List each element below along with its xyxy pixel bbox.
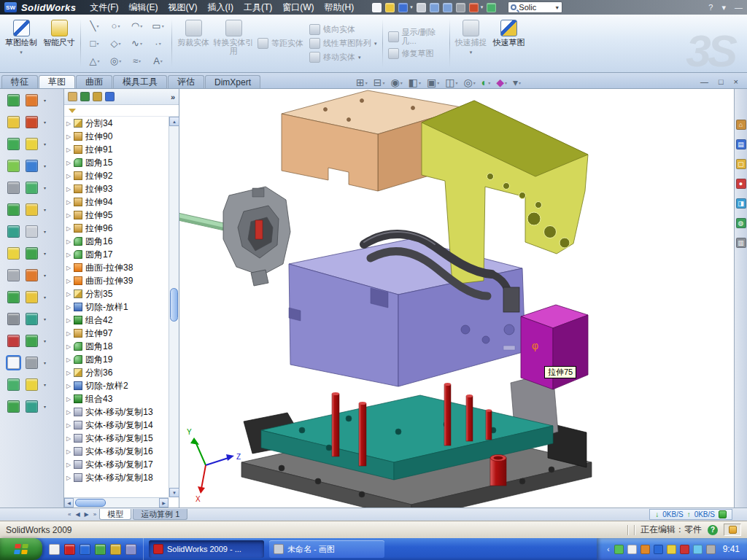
menu-item[interactable]: 编辑(E) <box>124 0 163 15</box>
part-core-block[interactable] <box>289 239 525 386</box>
dropdown-caret-icon[interactable]: ▾ <box>96 41 98 46</box>
sketch-entity-button[interactable]: □ ▾ <box>84 35 105 52</box>
dropdown-caret-icon[interactable]: ▾ <box>473 80 476 85</box>
expand-arrow-icon[interactable]: ▷ <box>66 278 73 284</box>
dropdown-caret-icon[interactable]: ▾ <box>139 58 141 63</box>
tree-item[interactable]: ▷ 实体-移动/复制16 <box>64 445 169 458</box>
tree-item[interactable]: ▷ 实体-移动/复制17 <box>64 458 169 471</box>
expand-arrow-icon[interactable]: ▷ <box>66 173 73 179</box>
start-button[interactable] <box>0 538 42 560</box>
scroll-left-icon[interactable]: ◀ <box>64 498 74 508</box>
tool-icon[interactable] <box>26 378 38 391</box>
tree-item[interactable]: ▷ 拉伸91 <box>64 143 169 156</box>
toolbox-icon[interactable]: ● <box>736 179 746 189</box>
tool-icon[interactable] <box>26 94 38 106</box>
tree-filter-row[interactable] <box>64 105 179 117</box>
tree-item[interactable]: ▷ 圆角18 <box>64 340 169 353</box>
task-button[interactable]: SolidWorks 2009 - ... <box>149 540 264 558</box>
document-window-button[interactable]: □ <box>719 77 724 86</box>
menu-item[interactable]: 工具(T) <box>239 0 277 15</box>
tray-collapse-icon[interactable]: ‹ <box>607 545 610 553</box>
menu-item[interactable]: 插入(I) <box>203 0 239 15</box>
tab-nav-arrow-icon[interactable]: ▶ <box>82 511 91 518</box>
command-tab[interactable]: 特征 <box>1 75 38 88</box>
expand-arrow-icon[interactable]: ▷ <box>66 396 73 402</box>
options-icon[interactable] <box>487 3 496 12</box>
scroll-down-icon[interactable]: ▼ <box>169 488 179 497</box>
tray-network-icon[interactable] <box>654 545 663 554</box>
tool-icon[interactable] <box>26 400 38 413</box>
expand-arrow-icon[interactable]: ▷ <box>66 160 73 166</box>
tree-item[interactable]: ▷ 拉伸90 <box>64 130 169 143</box>
tray-messenger-icon[interactable] <box>680 545 689 554</box>
dropdown-caret-icon[interactable]: ▾ <box>44 295 46 300</box>
expand-arrow-icon[interactable]: ▷ <box>66 238 73 245</box>
expand-arrow-icon[interactable]: ▷ <box>66 291 73 298</box>
expand-arrow-icon[interactable]: ▷ <box>66 435 73 442</box>
dropdown-caret-icon[interactable]: ▾ <box>519 80 521 85</box>
sketch-entity-button[interactable]: A ▾ <box>147 52 169 70</box>
ql-mail-icon[interactable] <box>110 544 121 555</box>
tab-nav-arrow-icon[interactable]: ◀ <box>73 511 82 518</box>
tool-icon[interactable] <box>7 269 20 281</box>
new-document-icon[interactable] <box>372 3 382 12</box>
view-orientation-icon[interactable]: ▣ ▾ <box>427 77 439 88</box>
expand-arrow-icon[interactable]: ▷ <box>66 186 73 192</box>
task-button[interactable]: 未命名 - 画图 <box>269 540 384 558</box>
command-tab[interactable]: 曲面 <box>76 75 112 88</box>
command-tab[interactable]: DimXpert <box>205 75 260 88</box>
tool-icon[interactable] <box>26 291 38 303</box>
dropdown-caret-icon[interactable]: ▾ <box>96 23 98 28</box>
overflow-chevron-icon[interactable]: » <box>171 93 175 101</box>
tray-volume-icon[interactable] <box>693 545 703 554</box>
expand-arrow-icon[interactable]: ▷ <box>66 225 73 232</box>
tree-item[interactable]: ▷ 实体-移动/复制13 <box>64 405 169 419</box>
dropdown-caret-icon[interactable]: ▾ <box>437 80 439 85</box>
menu-item[interactable]: 视图(V) <box>163 0 203 15</box>
dropdown-caret-icon[interactable]: ▾ <box>44 338 46 343</box>
dropdown-caret-icon[interactable]: ▾ <box>358 55 361 61</box>
dropdown-caret-icon[interactable]: ▾ <box>44 404 46 409</box>
sketch-entity-button[interactable]: · ▾ <box>147 35 169 52</box>
expand-arrow-icon[interactable]: ▷ <box>66 330 73 337</box>
dropdown-caret-icon[interactable]: ▾ <box>44 120 46 125</box>
rapid-sketch-button[interactable]: 快速草图 <box>491 17 527 70</box>
tool-icon[interactable] <box>7 400 20 413</box>
tree-item[interactable]: ▷ 实体-移动/复制15 <box>64 432 169 445</box>
display-delete-relations-button[interactable]: 显示/删除几... <box>388 28 444 45</box>
expand-arrow-icon[interactable]: ▷ <box>66 199 73 206</box>
document-recovery-icon[interactable]: ▥ <box>736 238 746 248</box>
convert-entities-button[interactable]: 转换实体引用 <box>213 17 254 70</box>
tool-icon[interactable] <box>7 225 20 238</box>
dropdown-caret-icon[interactable]: ▾ <box>117 23 120 28</box>
tree-item[interactable]: ▷ 切除-放样1 <box>64 300 169 314</box>
open-folder-icon[interactable] <box>385 3 395 12</box>
propertymanager-tab-icon[interactable] <box>80 92 90 101</box>
sketch-entity-button[interactable]: ○ ▾ <box>105 18 126 35</box>
document-tab[interactable]: 运动算例 1 <box>133 509 187 520</box>
tool-icon[interactable] <box>26 160 38 172</box>
smart-dimension-button[interactable]: 智能尺寸 <box>41 17 77 70</box>
sketch-entity-button[interactable]: ◇ ▾ <box>105 35 126 52</box>
dropdown-caret-icon[interactable]: ▾ <box>44 185 46 190</box>
status-help-icon[interactable]: ? <box>708 525 718 535</box>
previous-view-icon[interactable]: ◉ ▾ <box>391 77 403 88</box>
dropdown-caret-icon[interactable]: ▾ <box>44 207 46 212</box>
tree-item[interactable]: ▷ 圆角15 <box>64 156 169 169</box>
dropdown-caret-icon[interactable]: ▾ <box>410 4 413 10</box>
tray-update-icon[interactable] <box>627 545 637 554</box>
tree-item[interactable]: ▷ 分割34 <box>64 117 169 130</box>
dropdown-caret-icon[interactable]: ▾ <box>44 229 46 234</box>
hide-show-icon[interactable]: ◎ ▾ <box>463 77 475 88</box>
tree-item[interactable]: ▷ 曲面-拉伸39 <box>64 274 169 287</box>
dropdown-caret-icon[interactable]: ▾ <box>470 48 473 57</box>
tree-item[interactable]: ▷ 组合43 <box>64 392 169 405</box>
tool-icon[interactable] <box>7 291 20 303</box>
apply-scene-icon[interactable]: ◆ ▾ <box>496 77 507 88</box>
tool-icon[interactable] <box>7 378 20 391</box>
document-window-button[interactable]: — <box>700 77 708 86</box>
tray-security-icon[interactable] <box>667 545 676 554</box>
trim-entities-button[interactable]: 剪裁实体 <box>175 17 212 70</box>
select-icon[interactable] <box>456 3 465 12</box>
document-window-button[interactable]: × <box>734 77 738 86</box>
